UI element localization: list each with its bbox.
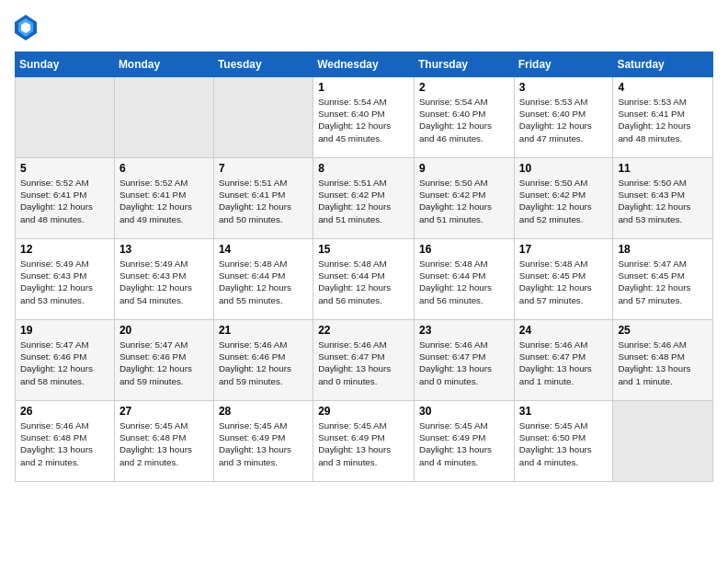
calendar-cell: 6Sunrise: 5:52 AM Sunset: 6:41 PM Daylig… [114, 158, 213, 239]
calendar-cell [16, 77, 115, 158]
day-info: Sunrise: 5:50 AM Sunset: 6:43 PM Dayligh… [618, 177, 708, 225]
day-number: 23 [419, 324, 509, 337]
day-number: 19 [20, 324, 109, 337]
day-info: Sunrise: 5:50 AM Sunset: 6:42 PM Dayligh… [519, 177, 609, 225]
day-info: Sunrise: 5:46 AM Sunset: 6:48 PM Dayligh… [618, 339, 708, 387]
calendar-cell: 12Sunrise: 5:49 AM Sunset: 6:43 PM Dayli… [16, 239, 115, 320]
calendar-cell [613, 401, 713, 482]
day-info: Sunrise: 5:46 AM Sunset: 6:46 PM Dayligh… [219, 339, 308, 387]
day-info: Sunrise: 5:50 AM Sunset: 6:42 PM Dayligh… [419, 177, 509, 225]
calendar-cell [114, 77, 213, 158]
calendar-cell: 26Sunrise: 5:46 AM Sunset: 6:48 PM Dayli… [16, 401, 115, 482]
calendar-cell [213, 77, 313, 158]
day-number: 28 [219, 405, 308, 418]
day-info: Sunrise: 5:52 AM Sunset: 6:41 PM Dayligh… [20, 177, 109, 225]
calendar-cell: 24Sunrise: 5:46 AM Sunset: 6:47 PM Dayli… [514, 320, 613, 401]
calendar-cell: 14Sunrise: 5:48 AM Sunset: 6:44 PM Dayli… [213, 239, 313, 320]
calendar-cell: 7Sunrise: 5:51 AM Sunset: 6:41 PM Daylig… [213, 158, 313, 239]
calendar-cell: 30Sunrise: 5:45 AM Sunset: 6:49 PM Dayli… [415, 401, 515, 482]
col-header-saturday: Saturday [613, 52, 713, 77]
day-number: 12 [20, 243, 109, 256]
day-info: Sunrise: 5:53 AM Sunset: 6:41 PM Dayligh… [618, 96, 708, 144]
calendar-cell: 3Sunrise: 5:53 AM Sunset: 6:40 PM Daylig… [514, 77, 613, 158]
col-header-sunday: Sunday [16, 52, 115, 77]
calendar-cell: 19Sunrise: 5:47 AM Sunset: 6:46 PM Dayli… [16, 320, 115, 401]
day-number: 4 [618, 81, 708, 94]
day-number: 7 [219, 162, 308, 175]
logo-icon [15, 15, 37, 40]
day-number: 13 [119, 243, 209, 256]
day-info: Sunrise: 5:49 AM Sunset: 6:43 PM Dayligh… [119, 258, 209, 306]
calendar-cell: 27Sunrise: 5:45 AM Sunset: 6:48 PM Dayli… [114, 401, 213, 482]
day-number: 27 [119, 405, 209, 418]
col-header-monday: Monday [114, 52, 213, 77]
day-number: 14 [219, 243, 308, 256]
col-header-tuesday: Tuesday [213, 52, 313, 77]
day-info: Sunrise: 5:46 AM Sunset: 6:47 PM Dayligh… [519, 339, 609, 387]
day-info: Sunrise: 5:45 AM Sunset: 6:49 PM Dayligh… [318, 419, 409, 468]
day-info: Sunrise: 5:47 AM Sunset: 6:46 PM Dayligh… [20, 339, 109, 387]
day-number: 26 [20, 405, 109, 418]
day-info: Sunrise: 5:52 AM Sunset: 6:41 PM Dayligh… [119, 177, 209, 225]
calendar-cell: 10Sunrise: 5:50 AM Sunset: 6:42 PM Dayli… [514, 158, 613, 239]
week-row-2: 5Sunrise: 5:52 AM Sunset: 6:41 PM Daylig… [16, 158, 713, 239]
day-info: Sunrise: 5:48 AM Sunset: 6:44 PM Dayligh… [318, 258, 409, 306]
day-number: 8 [318, 162, 409, 175]
day-number: 29 [318, 405, 409, 418]
day-number: 3 [519, 81, 609, 94]
day-info: Sunrise: 5:45 AM Sunset: 6:50 PM Dayligh… [519, 419, 609, 468]
calendar-cell: 25Sunrise: 5:46 AM Sunset: 6:48 PM Dayli… [613, 320, 713, 401]
calendar-cell: 15Sunrise: 5:48 AM Sunset: 6:44 PM Dayli… [313, 239, 415, 320]
col-header-thursday: Thursday [415, 52, 515, 77]
calendar-cell: 22Sunrise: 5:46 AM Sunset: 6:47 PM Dayli… [313, 320, 415, 401]
day-number: 11 [618, 162, 708, 175]
day-number: 31 [519, 405, 609, 418]
calendar-cell: 29Sunrise: 5:45 AM Sunset: 6:49 PM Dayli… [313, 401, 415, 482]
calendar-cell: 2Sunrise: 5:54 AM Sunset: 6:40 PM Daylig… [415, 77, 515, 158]
week-row-4: 19Sunrise: 5:47 AM Sunset: 6:46 PM Dayli… [16, 320, 713, 401]
day-number: 1 [318, 81, 409, 94]
calendar-cell: 28Sunrise: 5:45 AM Sunset: 6:49 PM Dayli… [213, 401, 313, 482]
day-info: Sunrise: 5:48 AM Sunset: 6:45 PM Dayligh… [519, 258, 609, 306]
calendar-cell: 21Sunrise: 5:46 AM Sunset: 6:46 PM Dayli… [213, 320, 313, 401]
calendar-cell: 13Sunrise: 5:49 AM Sunset: 6:43 PM Dayli… [114, 239, 213, 320]
calendar-table: SundayMondayTuesdayWednesdayThursdayFrid… [15, 52, 713, 482]
day-info: Sunrise: 5:51 AM Sunset: 6:41 PM Dayligh… [219, 177, 308, 225]
day-info: Sunrise: 5:47 AM Sunset: 6:45 PM Dayligh… [618, 258, 708, 306]
day-info: Sunrise: 5:46 AM Sunset: 6:47 PM Dayligh… [318, 339, 409, 387]
calendar-cell: 18Sunrise: 5:47 AM Sunset: 6:45 PM Dayli… [613, 239, 713, 320]
day-info: Sunrise: 5:46 AM Sunset: 6:48 PM Dayligh… [20, 419, 109, 468]
week-row-3: 12Sunrise: 5:49 AM Sunset: 6:43 PM Dayli… [16, 239, 713, 320]
day-number: 22 [318, 324, 409, 337]
page-header [15, 15, 713, 40]
calendar-cell: 16Sunrise: 5:48 AM Sunset: 6:44 PM Dayli… [415, 239, 515, 320]
logo [15, 15, 40, 40]
day-info: Sunrise: 5:46 AM Sunset: 6:47 PM Dayligh… [419, 339, 509, 387]
day-number: 21 [219, 324, 308, 337]
day-info: Sunrise: 5:45 AM Sunset: 6:49 PM Dayligh… [219, 419, 308, 468]
week-row-1: 1Sunrise: 5:54 AM Sunset: 6:40 PM Daylig… [16, 77, 713, 158]
calendar-cell: 1Sunrise: 5:54 AM Sunset: 6:40 PM Daylig… [313, 77, 415, 158]
day-number: 6 [119, 162, 209, 175]
calendar-cell: 4Sunrise: 5:53 AM Sunset: 6:41 PM Daylig… [613, 77, 713, 158]
calendar-cell: 23Sunrise: 5:46 AM Sunset: 6:47 PM Dayli… [415, 320, 515, 401]
day-number: 10 [519, 162, 609, 175]
calendar-cell: 31Sunrise: 5:45 AM Sunset: 6:50 PM Dayli… [514, 401, 613, 482]
day-info: Sunrise: 5:48 AM Sunset: 6:44 PM Dayligh… [419, 258, 509, 306]
col-header-friday: Friday [514, 52, 613, 77]
day-info: Sunrise: 5:45 AM Sunset: 6:48 PM Dayligh… [119, 419, 209, 468]
day-info: Sunrise: 5:51 AM Sunset: 6:42 PM Dayligh… [318, 177, 409, 225]
calendar-cell: 5Sunrise: 5:52 AM Sunset: 6:41 PM Daylig… [16, 158, 115, 239]
calendar-header-row: SundayMondayTuesdayWednesdayThursdayFrid… [16, 52, 713, 77]
day-info: Sunrise: 5:49 AM Sunset: 6:43 PM Dayligh… [20, 258, 109, 306]
day-number: 16 [419, 243, 509, 256]
day-number: 25 [618, 324, 708, 337]
calendar-cell: 9Sunrise: 5:50 AM Sunset: 6:42 PM Daylig… [415, 158, 515, 239]
calendar-cell: 8Sunrise: 5:51 AM Sunset: 6:42 PM Daylig… [313, 158, 415, 239]
day-info: Sunrise: 5:48 AM Sunset: 6:44 PM Dayligh… [219, 258, 308, 306]
day-number: 9 [419, 162, 509, 175]
day-info: Sunrise: 5:54 AM Sunset: 6:40 PM Dayligh… [419, 96, 509, 144]
day-number: 24 [519, 324, 609, 337]
day-number: 2 [419, 81, 509, 94]
day-number: 18 [618, 243, 708, 256]
